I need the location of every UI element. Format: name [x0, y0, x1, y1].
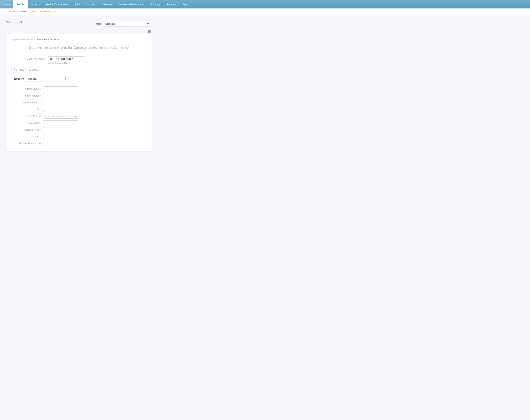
street-address-row: Street Address	[14, 93, 147, 98]
profile-label: Profile	[94, 22, 101, 25]
postal-code-input[interactable]	[43, 120, 78, 126]
supplier-info-value: TEST VENDOR ONLY	[35, 38, 59, 41]
company-address-heading: * Company Address	[11, 68, 147, 71]
info-icon-row: i	[5, 30, 153, 33]
address-name-label: Address Name	[14, 87, 43, 90]
nav-sourcing[interactable]: Sourcing	[147, 0, 163, 8]
sub-nav: Your Public Profile Your Customer Profil…	[0, 8, 530, 15]
street-address-2-label: Street Address 2	[14, 101, 43, 104]
legal-entity-input[interactable]	[48, 56, 85, 61]
nav-invoices[interactable]: Invoices	[83, 0, 99, 8]
address-name-input[interactable]	[43, 86, 78, 91]
po-box-postal-code-row: PO Box Postal Code	[14, 141, 147, 146]
legal-entity-content: Vendor Company Name	[48, 56, 147, 64]
nav-home[interactable]: Home	[0, 0, 13, 8]
city-row: City	[14, 107, 147, 112]
street-address-label: Street Address	[14, 94, 43, 97]
country-dropdown[interactable]: Canada United States Mexico	[26, 76, 68, 82]
nav-catalogs[interactable]: Catalogs	[99, 0, 115, 8]
postal-code-row: Postal Code	[14, 120, 147, 126]
state-region-row: State Region Select an Option	[14, 114, 147, 119]
subnav-customer-profiles[interactable]: Your Customer Profiles	[29, 8, 59, 15]
nav-asn[interactable]: ASN	[71, 0, 83, 8]
city-input[interactable]	[43, 107, 78, 112]
nav-orders[interactable]: Orders	[28, 0, 42, 8]
nav-setup[interactable]: Setup	[179, 0, 192, 8]
address-name-row: Address Name	[14, 86, 147, 91]
nav-business-performance[interactable]: Business Performance	[115, 0, 147, 8]
supplier-info-row: Supplier Information TEST VENDOR ONLY	[11, 38, 147, 41]
po-box-postal-code-label: PO Box Postal Code	[14, 142, 43, 145]
required-star: *	[25, 57, 25, 60]
po-box-input[interactable]	[43, 134, 78, 139]
profile-dropdown[interactable]: Atlassian Other	[103, 21, 151, 27]
company-address-label: Company Address	[14, 68, 39, 71]
legal-entity-row: *Legal Entity Name Vendor Company Name	[11, 56, 147, 64]
form-title: Supplier response form for Canada based …	[11, 43, 147, 53]
form-card: Supplier Information TEST VENDOR ONLY Su…	[5, 34, 153, 152]
profile-selector-row: Profile Atlassian Other	[94, 21, 153, 27]
nav-service-time-sheets[interactable]: Service/Time Sheets	[42, 0, 71, 8]
legal-entity-label: *Legal Entity Name	[11, 56, 48, 60]
state-region-dropdown[interactable]: Select an Option	[43, 114, 78, 119]
location-code-label: Location Code	[14, 128, 43, 131]
street-address-2-row: Street Address 2	[14, 100, 147, 105]
city-label: City	[14, 108, 43, 111]
country-box-label: Country	[14, 77, 24, 80]
page-title: Atlassian	[5, 19, 22, 24]
po-box-row: PO Box	[14, 134, 147, 139]
nav-bar: Home Profile Orders Service/Time Sheets …	[0, 0, 530, 8]
legal-entity-hint: Vendor Company Name	[48, 62, 147, 64]
main-content: Atlassian Profile Atlassian Other i Supp…	[0, 15, 158, 160]
state-region-label: State Region	[14, 115, 43, 117]
supplier-info-label: Supplier Information	[11, 38, 33, 41]
address-required-star: *	[11, 68, 13, 71]
subnav-public-profile[interactable]: Your Public Profile	[4, 8, 28, 15]
nav-profile[interactable]: Profile	[13, 0, 28, 8]
location-code-input[interactable]	[43, 127, 78, 132]
street-address-2-input[interactable]	[43, 100, 78, 105]
street-address-input[interactable]	[43, 93, 78, 98]
postal-code-label: Postal Code	[14, 122, 43, 124]
po-box-label: PO Box	[14, 135, 43, 138]
po-box-postal-code-input[interactable]	[43, 141, 78, 146]
address-fields: Address Name Street Address Street Addre…	[14, 86, 147, 146]
nav-add-ons[interactable]: Add-ons	[163, 0, 179, 8]
country-box: Country Canada United States Mexico	[11, 74, 71, 84]
info-icon[interactable]: i	[147, 30, 151, 33]
location-code-row: Location Code	[14, 127, 147, 132]
